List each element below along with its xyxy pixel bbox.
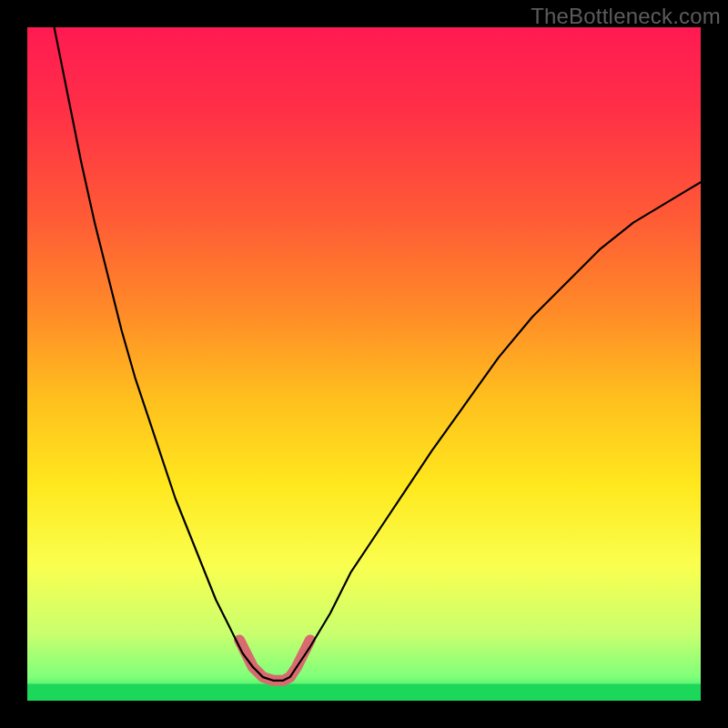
plot-background (27, 27, 701, 701)
chart-frame: TheBottleneck.com (0, 0, 728, 728)
watermark-text: TheBottleneck.com (531, 4, 721, 29)
green-floor-band (27, 684, 701, 702)
chart-plot (27, 27, 701, 701)
